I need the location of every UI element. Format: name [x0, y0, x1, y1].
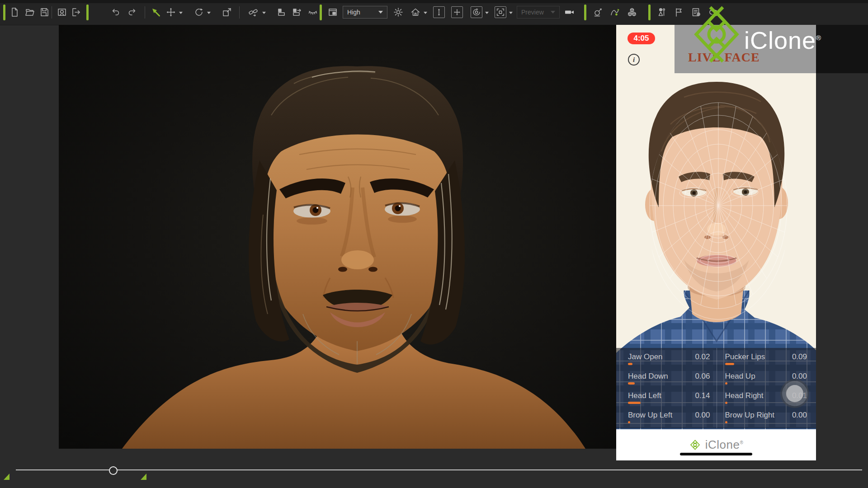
- blendshape-bar: [628, 402, 641, 404]
- preview-mode-dropdown: Preview: [517, 6, 560, 19]
- blendshape-label: Head Left: [628, 391, 661, 400]
- blendshape-bar: [725, 402, 727, 404]
- orbit-camera-dropdown[interactable]: [485, 12, 489, 16]
- motion-live-icon[interactable]: [593, 7, 604, 18]
- blendshape-value: 0.00: [695, 411, 710, 420]
- align-move-icon[interactable]: [292, 7, 302, 18]
- blendshape-bar: [628, 382, 635, 385]
- rotate-tool-icon[interactable]: [193, 7, 204, 18]
- blendshape-label: Head Right: [725, 391, 764, 400]
- blendshape-row: Jaw Open0.02: [628, 352, 710, 372]
- render-quality-value: High: [347, 9, 360, 16]
- blendshape-label: Head Up: [725, 372, 755, 381]
- blendshape-value: 0.02: [695, 352, 710, 361]
- record-button[interactable]: [782, 381, 807, 406]
- toolbar-group-marker: [86, 5, 89, 20]
- blendshape-row: Head Down0.06: [628, 372, 710, 391]
- timeline-track[interactable]: [16, 469, 862, 470]
- align-position-icon[interactable]: [276, 7, 287, 18]
- footer-brand-text: iClone®: [705, 438, 744, 452]
- toolbar-separator: [145, 6, 145, 19]
- timeline-playhead[interactable]: [109, 466, 118, 475]
- window-top-strip: [0, 0, 868, 3]
- home-indicator[interactable]: [680, 453, 752, 455]
- iclone-logo-icon: [689, 439, 701, 451]
- viewport-layout-icon[interactable]: [327, 7, 338, 18]
- iclone-diamond-logo-icon: [693, 5, 741, 63]
- new-project-icon[interactable]: [9, 7, 20, 18]
- character-proportion-icon[interactable]: [656, 7, 667, 18]
- blendshape-value: 0.00: [792, 372, 807, 381]
- blendshape-row: Head Left0.14: [628, 391, 710, 411]
- live-face-phone-preview: 4:05 i ✈ Jaw Open0.02Head Down0.06Head L…: [616, 25, 816, 460]
- blendshape-label: Brow Up Left: [628, 411, 672, 420]
- toolbar-group-marker: [3, 5, 5, 20]
- home-camera-dropdown[interactable]: [424, 12, 427, 16]
- move-tool-dropdown[interactable]: [179, 12, 183, 16]
- flag-marker-icon[interactable]: [674, 7, 684, 18]
- render-image-icon[interactable]: [57, 7, 67, 18]
- recording-timer-badge[interactable]: 4:05: [627, 33, 655, 44]
- preview-mode-value: Preview: [521, 9, 544, 16]
- blendshape-bar: [725, 382, 727, 385]
- toolbar-group-marker: [648, 5, 651, 20]
- chevron-down-icon: [551, 11, 555, 16]
- props-cubes-icon[interactable]: [627, 7, 637, 18]
- zoom-region-dropdown[interactable]: [509, 12, 513, 16]
- export-icon[interactable]: [71, 7, 81, 18]
- undo-icon[interactable]: [110, 7, 121, 18]
- pan-camera-icon[interactable]: [451, 6, 463, 18]
- home-camera-icon[interactable]: [410, 7, 421, 18]
- toolbar-separator: [239, 6, 240, 19]
- timeline-range-marker[interactable]: [141, 474, 146, 480]
- scale-tool-icon[interactable]: [222, 7, 232, 18]
- blendshape-label: Jaw Open: [628, 352, 663, 361]
- phone-footer: iClone®: [616, 429, 816, 460]
- ibl-brightness-icon[interactable]: [393, 7, 404, 18]
- blendshape-bar: [628, 363, 632, 365]
- hide-eyelash-icon[interactable]: [307, 7, 318, 18]
- zoom-camera-icon[interactable]: [433, 6, 445, 18]
- blendshape-value: 0.06: [695, 372, 710, 381]
- blendshape-label: Head Down: [628, 372, 668, 381]
- rotate-tool-dropdown[interactable]: [207, 12, 211, 16]
- timeline-start-marker[interactable]: [4, 474, 9, 480]
- blendshape-bar: [628, 421, 630, 423]
- edit-motion-curve-icon[interactable]: [609, 7, 620, 18]
- chevron-down-icon: [378, 11, 383, 16]
- iclone-app-window: High Preview: [0, 0, 868, 488]
- blendshape-value: 0.14: [695, 391, 710, 400]
- orbit-camera-icon[interactable]: [471, 6, 482, 18]
- blendshape-bar: [725, 421, 727, 423]
- blendshape-value: 0.09: [792, 352, 807, 361]
- link-tool-icon[interactable]: [248, 7, 259, 18]
- toolbar-group-marker: [320, 5, 322, 20]
- blendshape-row: Brow Up Left0.00: [628, 411, 710, 430]
- blendshape-label: Pucker Lips: [725, 352, 765, 361]
- save-project-icon[interactable]: [39, 7, 50, 18]
- record-video-icon[interactable]: [564, 7, 575, 18]
- toolbar-group-marker: [584, 5, 586, 20]
- blendshape-column-left: Jaw Open0.02Head Down0.06Head Left0.14Br…: [616, 348, 717, 428]
- info-icon[interactable]: i: [628, 54, 640, 66]
- iclone-brand-watermark: iClone®: [744, 26, 821, 54]
- select-tool-icon[interactable]: [151, 7, 161, 18]
- toolbar-separator: [52, 6, 52, 19]
- move-tool-icon[interactable]: [165, 7, 176, 18]
- recording-timer-value: 4:05: [633, 34, 649, 43]
- link-tool-dropdown[interactable]: [262, 12, 266, 16]
- blendshape-row: Brow Up Right0.00: [725, 411, 807, 430]
- zoom-region-icon[interactable]: [495, 6, 506, 18]
- watermark-backdrop: [816, 25, 868, 73]
- redo-icon[interactable]: [127, 7, 138, 18]
- blendshape-bar: [725, 363, 734, 365]
- blendshape-value: 0.00: [792, 411, 807, 420]
- blendshape-label: Brow Up Right: [725, 411, 775, 420]
- open-project-icon[interactable]: [24, 7, 35, 18]
- render-quality-dropdown[interactable]: High: [343, 6, 387, 19]
- blendshape-row: Pucker Lips0.09: [725, 352, 807, 372]
